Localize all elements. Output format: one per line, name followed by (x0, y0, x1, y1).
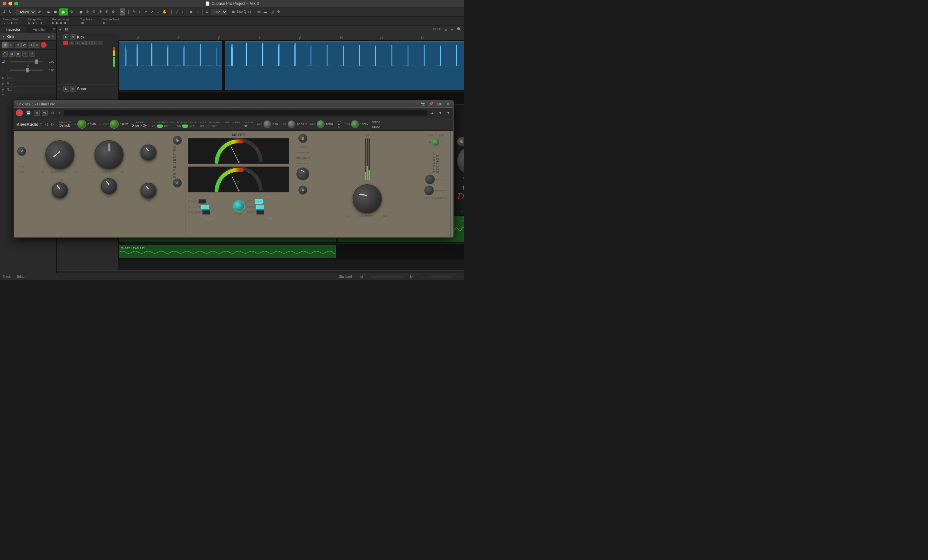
saturation-knob[interactable] (45, 140, 75, 169)
line-tool[interactable]: ╱ (175, 8, 180, 15)
vel-tool[interactable]: ║ (169, 8, 174, 15)
dyn-knob[interactable] (351, 120, 359, 128)
plugin-qc-btn[interactable]: QC (436, 100, 444, 108)
undo-button[interactable]: ↺ (1, 8, 7, 15)
mono-led[interactable] (198, 199, 206, 204)
hf-knob[interactable] (140, 145, 157, 161)
release-knob[interactable] (424, 186, 434, 195)
nudge-tool[interactable]: ◂▸ (188, 8, 194, 15)
zoom-tool[interactable]: ⌕ (156, 8, 160, 15)
settings-2[interactable]: ⚙ (204, 8, 210, 15)
plugin-next-btn[interactable]: ▷ (56, 109, 62, 116)
drv-knob[interactable] (317, 120, 325, 128)
plugin-preset-down[interactable]: ▼ (437, 109, 443, 116)
plugin-read-btn[interactable]: R (34, 110, 40, 116)
layout-1[interactable]: ▭ (256, 8, 262, 15)
refresh-button[interactable]: ⟳ (37, 8, 42, 15)
close-button[interactable] (3, 2, 6, 6)
plugin-screenshot-btn[interactable]: 📷 (419, 100, 426, 108)
plugin-preset-menu[interactable]: ▼ (445, 109, 451, 116)
even-led[interactable] (256, 205, 264, 209)
tool-settings[interactable]: ⚙ (110, 8, 116, 15)
zoom-out-btn[interactable]: - (421, 273, 424, 280)
plugin-preset-up[interactable]: ▲ (429, 109, 435, 116)
tool-3[interactable]: ③ (91, 8, 97, 15)
record-enable-button[interactable]: ✕ (34, 42, 40, 48)
dist-corner-btn-tl[interactable]: ⊕ (457, 137, 464, 146)
tool-2[interactable]: ② (84, 8, 90, 15)
drive-on-toggle[interactable] (157, 125, 163, 128)
track-home-button[interactable]: ⌂ (444, 26, 449, 33)
plugin-undo-btn[interactable]: UNDO (371, 119, 381, 124)
play-button[interactable]: ▶ (59, 8, 68, 15)
hpf-knob[interactable] (263, 120, 271, 128)
fx-btn-3[interactable]: ▶ (15, 51, 21, 56)
kick-mute-btn[interactable]: M (63, 34, 69, 40)
drive-corner-btn-br[interactable]: ✕ (173, 178, 182, 187)
plugin-brand-next[interactable]: ▷ (50, 120, 55, 128)
track-settings-button[interactable]: ⊡ (64, 26, 69, 33)
power-led-btn[interactable] (233, 200, 245, 212)
glue-tool[interactable]: ◇ (137, 8, 143, 15)
redo-button[interactable]: ↻ (8, 8, 13, 15)
track-more-icon[interactable]: ✎ (52, 35, 54, 38)
write-button[interactable]: W (21, 42, 27, 48)
fx-btn-1[interactable]: ◯ (2, 51, 8, 56)
scroll-right-btn[interactable]: ▷ (409, 273, 414, 280)
section-n-arrow[interactable]: ▶ (2, 88, 5, 91)
inspector-settings[interactable]: ≡ (52, 26, 56, 33)
monitor-button[interactable]: ⊡ (28, 42, 34, 48)
split-tool[interactable]: ✂ (143, 8, 149, 15)
dyn-on-toggle[interactable] (182, 125, 188, 128)
track-search-button[interactable]: 🔍 (456, 26, 463, 33)
odd-led[interactable] (255, 199, 263, 204)
tool-5[interactable]: ⑤ (104, 8, 110, 15)
transient-knob[interactable] (296, 167, 309, 180)
kick-record-btn[interactable] (63, 41, 68, 45)
compress-knob[interactable] (353, 184, 382, 213)
plugin-redo-btn[interactable]: REDO (371, 125, 381, 129)
mute-button[interactable]: M (2, 42, 8, 48)
rewind-button[interactable]: ⏮ (46, 8, 52, 15)
cursor-tool[interactable]: ┃ (126, 8, 131, 15)
kick-cycle-btn[interactable]: ↺ (75, 41, 80, 45)
kick-fwd-btn[interactable]: ▷ (92, 41, 98, 45)
solo-button[interactable]: S (8, 42, 14, 48)
minimize-button[interactable] (8, 2, 12, 6)
fx-btn-4[interactable]: ≡ (22, 51, 28, 56)
plugin-save-btn[interactable]: 💾 (25, 109, 32, 116)
pan-fader[interactable] (10, 70, 43, 71)
mf-knob[interactable] (140, 183, 157, 199)
digit-led[interactable] (256, 210, 264, 215)
section-m-arrow[interactable]: ▶ (2, 82, 5, 85)
eq-on-toggle[interactable] (205, 125, 211, 128)
midside-led[interactable] (202, 210, 210, 215)
kick-clip-1[interactable] (119, 41, 222, 90)
quantize-toggle[interactable]: ⊞ (231, 8, 236, 15)
read-button[interactable]: R (15, 42, 21, 48)
tool-4[interactable]: ④ (98, 8, 103, 15)
pan-thumb[interactable] (26, 68, 29, 72)
in-knob[interactable] (77, 120, 86, 129)
plugin-pin-btn[interactable]: 📌 (428, 100, 435, 108)
track-edit-icon[interactable]: ▶ (48, 35, 51, 38)
drive-corner-btn-tl[interactable]: ✕ (17, 147, 26, 156)
audio-tool[interactable]: ♪ (180, 8, 185, 15)
zoom-slider[interactable] (431, 275, 450, 278)
plugin-close-btn[interactable]: ✕ (445, 100, 451, 108)
eraser-tool[interactable]: ✎ (131, 8, 137, 15)
grid-dropdown[interactable]: Grid (211, 9, 227, 15)
thd-knob[interactable] (52, 183, 68, 199)
volume-thumb[interactable] (35, 59, 38, 64)
scroll-thumb[interactable] (370, 275, 403, 278)
zoom-in-btn[interactable]: + (457, 273, 461, 280)
hand-tool[interactable]: ✋ (161, 8, 168, 15)
collapse-icon[interactable]: ▼ (2, 35, 5, 38)
record-button[interactable] (41, 42, 47, 48)
attack-knob[interactable] (425, 175, 435, 184)
tool-1[interactable]: ▣ (78, 8, 84, 15)
layout-3[interactable]: ◫ (269, 8, 275, 15)
mute-tool[interactable]: ✕ (150, 8, 155, 15)
plugin-preset-name[interactable] (64, 110, 427, 116)
dist-f-knob[interactable] (463, 184, 464, 192)
